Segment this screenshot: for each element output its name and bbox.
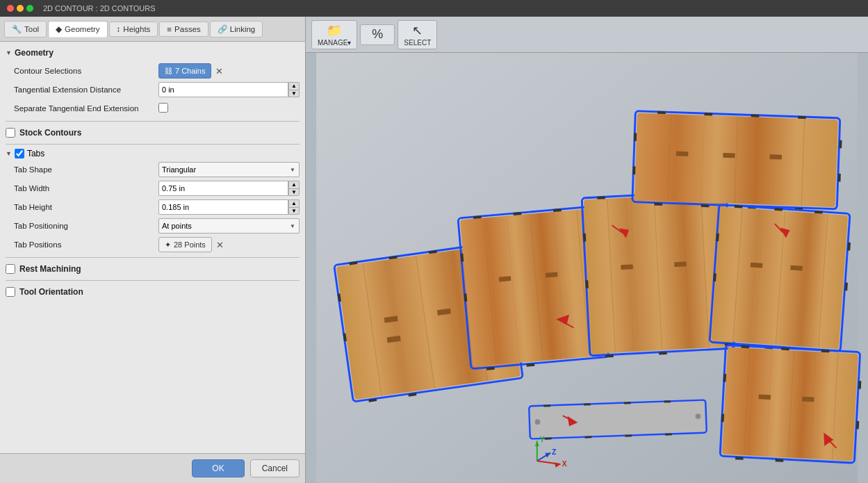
svg-rect-77 [839, 140, 842, 149]
tab-tool[interactable]: 🔧 Tool [4, 21, 47, 38]
tab-width-spinner-down[interactable]: ▼ [288, 188, 300, 196]
tab-positions-label: Tab Positions [14, 240, 158, 249]
svg-rect-67 [657, 111, 666, 114]
svg-rect-126 [802, 397, 814, 402]
tab-positions-clear-button[interactable]: ✕ [215, 240, 225, 250]
tabs-section-label: Tabs [27, 149, 44, 158]
svg-rect-111 [741, 345, 749, 348]
tabs-enabled-checkbox[interactable] [15, 149, 24, 158]
tab-positioning-select[interactable]: At points By distance By count [158, 218, 300, 234]
svg-rect-112 [781, 347, 789, 350]
tab-heights[interactable]: ↕ Heights [109, 22, 158, 37]
svg-rect-105 [790, 265, 803, 271]
manage-button[interactable]: 📁 MANAGE▾ [311, 20, 357, 49]
select-button[interactable]: ↖ SELECT [398, 20, 437, 49]
svg-rect-95 [716, 234, 719, 242]
svg-rect-134 [664, 400, 671, 402]
contour-selections-label: Contour Selections [14, 67, 158, 75]
tab-height-spinner: ▲ ▼ [288, 199, 300, 215]
tab-width-input[interactable]: 0.75 in [158, 181, 288, 196]
geometry-section-label: Geometry [15, 48, 54, 58]
svg-rect-138 [665, 433, 672, 435]
svg-rect-60 [621, 264, 633, 270]
svg-rect-78 [838, 174, 841, 182]
contour-selections-button[interactable]: ⛓ 7 Chains [158, 63, 211, 79]
tab-height-input[interactable]: 0.185 in [158, 199, 288, 215]
ok-button[interactable]: OK [192, 459, 244, 477]
tabs-separator [6, 257, 300, 258]
tangential-input[interactable]: 0 in [158, 82, 288, 97]
geometry-content: Contour Selections ⛓ 7 Chains ✕ Tangenti… [6, 63, 300, 117]
stock-contours-checkbox[interactable] [6, 128, 15, 138]
tab-positioning-row: Tab Positioning At points By distance By… [14, 218, 300, 234]
minimize-dot[interactable] [17, 5, 24, 12]
svg-rect-104 [751, 263, 763, 268]
svg-rect-75 [634, 133, 637, 141]
panel-content: ▼ Geometry Contour Selections ⛓ 7 Chains… [0, 42, 305, 453]
contour-clear-button[interactable]: ✕ [214, 66, 224, 76]
rest-machining-label[interactable]: Rest Machining [19, 264, 81, 274]
tab-passes[interactable]: ≡ Passes [159, 22, 208, 37]
tab-shape-select[interactable]: Triangular Rectangular Trapezoidal [158, 162, 300, 177]
chain-icon: ⛓ [165, 67, 172, 75]
geometry-separator [6, 121, 300, 122]
tab-heights-label: Heights [123, 25, 150, 33]
close-dot[interactable] [7, 5, 14, 12]
tool-orientation-label[interactable]: Tool Orientation [19, 287, 83, 297]
tool-orientation-checkbox[interactable] [6, 287, 15, 297]
rest-machining-checkbox[interactable] [6, 264, 15, 274]
svg-rect-51 [583, 234, 586, 242]
svg-rect-137 [625, 434, 632, 436]
svg-rect-86 [770, 154, 783, 159]
svg-rect-113 [821, 350, 830, 352]
tangential-spinner-down[interactable]: ▼ [288, 90, 300, 97]
svg-rect-52 [585, 280, 588, 288]
title-bar: 2D CONTOUR : 2D CONTOURS [0, 0, 868, 17]
tab-positions-button[interactable]: ✦ 28 Points [158, 237, 212, 252]
tabs-section-header[interactable]: ▼ Tabs [6, 149, 300, 158]
cancel-button[interactable]: Cancel [250, 459, 300, 477]
tabs-content: Tab Shape Triangular Rectangular Trapezo… [6, 161, 300, 253]
svg-rect-61 [674, 261, 687, 267]
tangential-control: 0 in ▲ ▼ [158, 82, 300, 97]
percent-button[interactable]: % [360, 24, 395, 45]
svg-rect-92 [814, 211, 823, 214]
stock-contours-label[interactable]: Stock Contours [19, 128, 81, 138]
svg-rect-114 [735, 457, 744, 459]
tangential-spinner: ▲ ▼ [288, 82, 300, 97]
tab-passes-label: Passes [174, 25, 201, 33]
tab-linking[interactable]: 🔗 Linking [210, 21, 263, 38]
tab-shape-control: Triangular Rectangular Trapezoidal [158, 162, 300, 177]
svg-text:X: X [562, 459, 566, 468]
svg-rect-68 [704, 113, 712, 115]
svg-rect-49 [605, 354, 614, 357]
tab-shape-label: Tab Shape [14, 165, 158, 174]
viewport-toolbar: 📁 MANAGE▾ % ↖ SELECT [306, 17, 868, 53]
tab-height-spinner-up[interactable]: ▲ [288, 199, 300, 207]
toolbar-tabs: 🔧 Tool ◆ Geometry ↕ Heights ≡ Passes 🔗 L… [0, 17, 305, 42]
linking-icon: 🔗 [218, 24, 227, 34]
tangential-label: Tangential Extension Distance [14, 85, 158, 94]
geometry-section-header[interactable]: ▼ Geometry [6, 46, 300, 60]
tab-positioning-control: At points By distance By count [158, 218, 300, 234]
svg-rect-88 [712, 206, 848, 349]
stock-separator [6, 144, 300, 145]
svg-rect-72 [701, 204, 710, 207]
separate-tangential-checkbox[interactable] [158, 103, 168, 113]
svg-rect-96 [713, 273, 716, 281]
tab-width-spinner-up[interactable]: ▲ [288, 181, 300, 188]
tangential-spinner-up[interactable]: ▲ [288, 82, 300, 90]
svg-rect-135 [545, 437, 552, 439]
points-icon: ✦ [165, 240, 171, 249]
svg-rect-116 [723, 374, 726, 382]
svg-rect-69 [751, 115, 760, 117]
viewport: 📁 MANAGE▾ % ↖ SELECT RIGHT [306, 17, 868, 483]
separate-tangential-label: Separate Tangential End Extension [14, 104, 158, 113]
select-label: SELECT [404, 39, 431, 47]
tab-height-label: Tab Height [14, 203, 158, 211]
svg-rect-131 [543, 404, 550, 407]
zoom-dot[interactable] [26, 5, 33, 12]
tab-geometry-label: Geometry [65, 25, 100, 33]
tab-geometry[interactable]: ◆ Geometry [48, 21, 108, 38]
tab-height-spinner-down[interactable]: ▼ [288, 207, 300, 215]
